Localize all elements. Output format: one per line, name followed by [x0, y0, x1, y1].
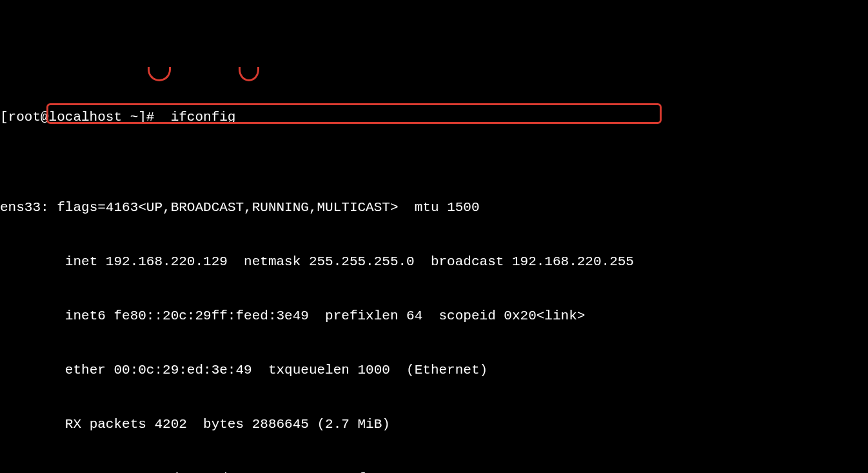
annotation-circle-left: [148, 67, 171, 81]
iface-line: RX packets 4202 bytes 2886645 (2.7 MiB): [0, 416, 868, 434]
command-text: ifconfig: [171, 110, 236, 125]
terminal-output[interactable]: [root@localhost ~]# ifconfig ens33: flag…: [0, 72, 868, 473]
annotation-circle-right: [239, 67, 259, 81]
shell-prompt: [root@localhost ~]#: [0, 110, 163, 125]
prompt-line: [root@localhost ~]# ifconfig: [0, 108, 868, 126]
iface-line: inet6 fe80::20c:29ff:feed:3e49 prefixlen…: [0, 307, 868, 325]
iface-line: RX errors 0 dropped 0 overruns 0 frame 0: [0, 470, 868, 473]
iface-line: inet 192.168.220.129 netmask 255.255.255…: [0, 253, 868, 271]
iface-header: ens33: flags=4163<UP,BROADCAST,RUNNING,M…: [0, 199, 868, 217]
iface-line: ether 00:0c:29:ed:3e:49 txqueuelen 1000 …: [0, 361, 868, 379]
